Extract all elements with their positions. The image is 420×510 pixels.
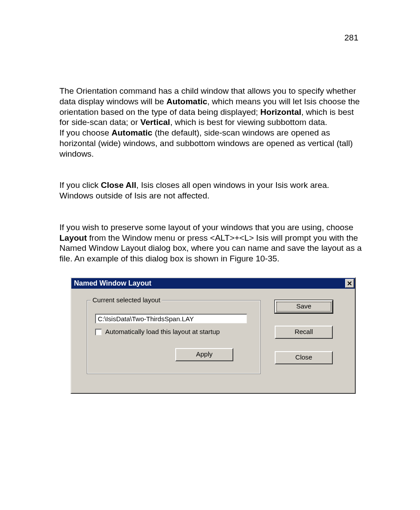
group-legend: Current selected layout bbox=[91, 296, 162, 305]
autoload-checkbox[interactable] bbox=[95, 329, 102, 335]
current-selected-layout-group: Current selected layout Automatically lo… bbox=[87, 300, 261, 374]
text-bold-layout: Layout bbox=[59, 233, 87, 242]
button-label: Save bbox=[296, 302, 311, 311]
text-bold-automatic: Automatic bbox=[166, 97, 207, 106]
save-button[interactable]: Save bbox=[275, 300, 333, 313]
autoload-label: Automatically load this layout at startu… bbox=[105, 328, 220, 336]
dialog-titlebar[interactable]: Named Window Layout bbox=[71, 278, 355, 289]
text-bold-close-all: Close All bbox=[101, 180, 136, 190]
button-label: Recall bbox=[295, 328, 313, 336]
text-bold-horizontal: Horizontal bbox=[260, 107, 301, 117]
paragraph-close-all: If you click Close All, Isis closes all … bbox=[59, 180, 363, 201]
text: from the Window menu or press <ALT>+<L> … bbox=[59, 233, 362, 264]
layout-path-input[interactable] bbox=[95, 314, 247, 323]
text: , which is best for viewing subbottom da… bbox=[170, 117, 327, 127]
paragraph-automatic-default: If you choose Automatic (the default), s… bbox=[59, 128, 363, 159]
text: If you wish to preserve some layout of y… bbox=[59, 223, 353, 232]
autoload-checkbox-row: Automatically load this layout at startu… bbox=[95, 328, 220, 336]
text: If you choose bbox=[59, 128, 111, 137]
paragraph-orientation: The Orientation command has a child wind… bbox=[59, 86, 363, 128]
dialog-body: Current selected layout Automatically lo… bbox=[71, 289, 355, 393]
named-window-layout-dialog: Named Window Layout Current selected lay… bbox=[70, 277, 356, 394]
text-bold-vertical: Vertical bbox=[140, 117, 170, 127]
close-icon[interactable] bbox=[345, 279, 354, 288]
dialog-title: Named Window Layout bbox=[74, 279, 151, 288]
paragraph-layout: If you wish to preserve some layout of y… bbox=[59, 222, 363, 264]
page-number: 281 bbox=[344, 33, 358, 43]
text: If you click bbox=[59, 180, 101, 190]
recall-button[interactable]: Recall bbox=[275, 326, 333, 339]
button-label: Apply bbox=[196, 350, 213, 359]
button-label: Close bbox=[295, 353, 312, 362]
close-button[interactable]: Close bbox=[275, 351, 333, 364]
apply-button[interactable]: Apply bbox=[175, 348, 233, 361]
x-icon bbox=[347, 281, 352, 286]
text-bold-automatic: Automatic bbox=[111, 128, 152, 137]
page-content: The Orientation command has a child wind… bbox=[59, 86, 363, 394]
